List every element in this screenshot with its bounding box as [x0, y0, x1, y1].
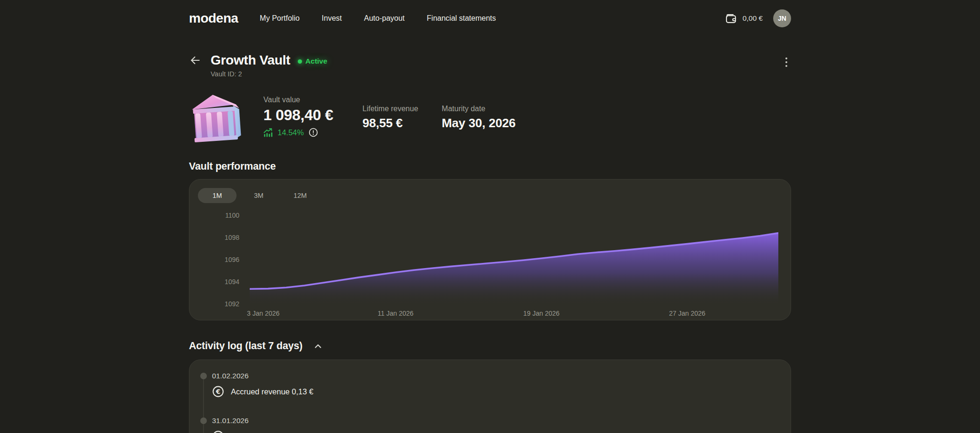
vault-value-label: Vault value	[263, 96, 333, 104]
activity-item: 31.01.2026 € Accrued revenue 0,15 €	[212, 417, 791, 433]
maturity-date-value: May 30, 2026	[442, 116, 516, 131]
x-axis-label: 27 Jan 2026	[669, 310, 705, 317]
lifetime-revenue-amount: 98,55 €	[362, 116, 418, 131]
page-content: modena My Portfolio Invest Auto-payout F…	[189, 8, 791, 433]
y-axis-label: 1098	[225, 233, 239, 242]
brand-logo[interactable]: modena	[189, 11, 238, 26]
vault-change-percent: 14.54%	[278, 128, 304, 137]
info-icon[interactable]	[309, 128, 318, 137]
stat-vault-value: Vault value 1 098,40 € 14.54%	[263, 91, 333, 137]
wallet-balance[interactable]: 0,00 €	[725, 12, 763, 25]
status-badge: Active	[298, 57, 327, 65]
nav-item-my-portfolio[interactable]: My Portfolio	[260, 14, 299, 23]
activity-entry: € Accrued revenue 0,15 €	[212, 430, 791, 433]
y-axis-label: 1096	[225, 255, 239, 264]
activity-heading-row: Activity log (last 7 days)	[189, 340, 791, 352]
chart-y-axis: 11001098109610941092	[198, 212, 241, 306]
status-dot-icon	[298, 59, 302, 64]
title-row: Growth Vault Active	[211, 53, 327, 68]
performance-chart-card: 1M 3M 12M 11001098109610941092	[189, 179, 791, 320]
lifetime-revenue-label: Lifetime revenue	[362, 105, 418, 113]
chart-plot	[250, 212, 778, 306]
activity-timeline: 01.02.2026 € Accrued revenue 0,13 € 31.0…	[189, 372, 791, 433]
vault-stats: Vault value 1 098,40 € 14.54%	[189, 91, 791, 144]
activity-date: 31.01.2026	[212, 417, 791, 425]
y-axis-label: 1092	[225, 300, 239, 308]
euro-coin-icon: €	[212, 430, 224, 433]
chart-area	[250, 233, 778, 306]
page-header: Growth Vault Active Vault ID: 2	[189, 53, 791, 78]
vault-value-amount: 1 098,40 €	[263, 106, 333, 124]
timeline-dot	[200, 373, 207, 379]
vault-temple-image	[189, 91, 242, 144]
vault-change-row: 14.54%	[263, 128, 333, 137]
kebab-menu-button[interactable]	[782, 56, 791, 69]
activity-item: 01.02.2026 € Accrued revenue 0,13 €	[212, 372, 791, 398]
wallet-balance-amount: 0,00 €	[743, 14, 763, 23]
activity-date: 01.02.2026	[212, 372, 791, 380]
wallet-icon	[725, 12, 737, 25]
timeline-dot	[200, 417, 207, 424]
nav-item-invest[interactable]: Invest	[322, 14, 342, 23]
range-tabs: 1M 3M 12M	[198, 188, 791, 203]
page-title: Growth Vault	[211, 53, 290, 68]
stat-maturity-date: Maturity date May 30, 2026	[442, 91, 516, 131]
nav-links: My Portfolio Invest Auto-payout Financia…	[260, 14, 496, 23]
trending-up-icon	[263, 128, 274, 137]
performance-section-title: Vault performance	[189, 161, 791, 172]
chart-body: 11001098109610941092 3 Jan 202611 Jan 20…	[198, 212, 791, 320]
back-button[interactable]	[189, 54, 201, 66]
activity-text: Accrued revenue 0,13 €	[231, 385, 313, 398]
top-nav: modena My Portfolio Invest Auto-payout F…	[189, 8, 791, 28]
range-tab-1m[interactable]: 1M	[198, 188, 237, 203]
performance-chart-svg	[250, 212, 778, 306]
euro-coin-icon: €	[212, 385, 224, 398]
chart-x-axis: 3 Jan 202611 Jan 202619 Jan 202627 Jan 2…	[250, 310, 778, 318]
activity-log-card: 01.02.2026 € Accrued revenue 0,13 € 31.0…	[189, 359, 791, 433]
vault-id: Vault ID: 2	[211, 70, 327, 78]
activity-text: Accrued revenue 0,15 €	[231, 430, 313, 433]
y-axis-label: 1094	[225, 278, 239, 286]
x-axis-label: 19 Jan 2026	[523, 310, 559, 317]
range-tab-12m[interactable]: 12M	[281, 188, 319, 203]
y-axis-label: 1100	[225, 211, 239, 220]
chevron-up-icon[interactable]	[313, 341, 323, 351]
nav-item-financial-statements[interactable]: Financial statements	[427, 14, 496, 23]
header-main: Growth Vault Active Vault ID: 2	[211, 53, 327, 78]
avatar[interactable]: JN	[773, 9, 791, 27]
x-axis-label: 3 Jan 2026	[247, 310, 279, 317]
svg-text:€: €	[215, 388, 220, 395]
nav-right: 0,00 € JN	[725, 9, 791, 27]
activity-section-title: Activity log (last 7 days)	[189, 340, 302, 352]
timeline-line	[203, 376, 204, 433]
range-tab-3m[interactable]: 3M	[239, 188, 278, 203]
maturity-date-label: Maturity date	[442, 105, 516, 113]
stat-lifetime-revenue: Lifetime revenue 98,55 €	[362, 91, 418, 131]
nav-item-auto-payout[interactable]: Auto-payout	[364, 14, 405, 23]
status-label: Active	[305, 57, 327, 65]
x-axis-label: 11 Jan 2026	[378, 310, 414, 317]
activity-entry: € Accrued revenue 0,13 €	[212, 385, 791, 398]
